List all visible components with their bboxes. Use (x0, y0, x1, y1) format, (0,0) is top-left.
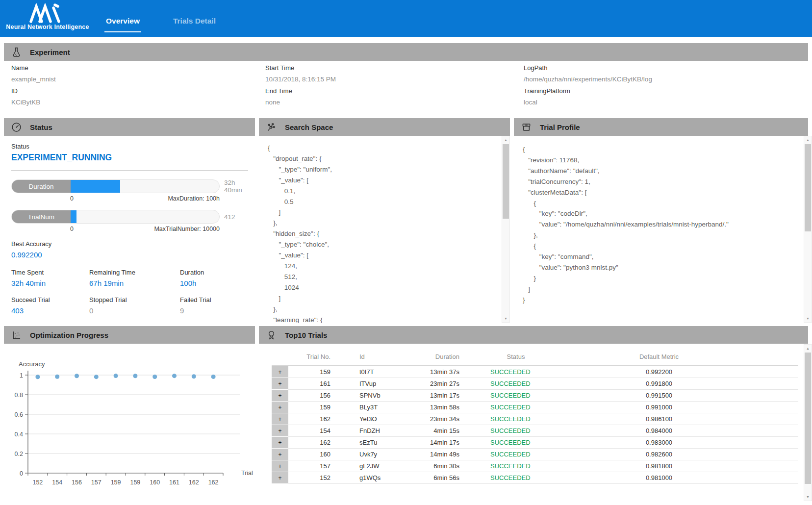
search-space-json-line: }, (268, 304, 500, 315)
stat-item: Succeed Trial403 (11, 296, 89, 315)
trial-profile-json-line: ] (523, 284, 802, 295)
progress-bar-value: 412 (220, 213, 248, 221)
scroll-up-button[interactable]: ▲ (502, 136, 509, 144)
field-label: End Time (265, 87, 501, 99)
top10-scrollbar[interactable]: ▲ ▼ (804, 344, 812, 501)
scroll-down-button[interactable]: ▼ (502, 315, 509, 322)
scroll-thumb[interactable] (503, 144, 509, 219)
status-cell: SUCCEEDED (459, 472, 572, 483)
scroll-down-button[interactable]: ▼ (804, 493, 812, 501)
stat-label: Stopped Trial (89, 296, 180, 303)
scale-max: MaxTrialNumber: 10000 (154, 226, 220, 232)
expand-cell[interactable]: + (272, 366, 288, 378)
trial-profile-json-line: "authorName": "default", (523, 166, 802, 177)
filler-cell (746, 448, 798, 460)
progress-bar-scale: 0MaxTrialNumber: 10000 (70, 226, 220, 232)
y-tick-label: 0.4 (15, 431, 23, 438)
trial-no-cell: 161 (288, 378, 330, 389)
scroll-up-button[interactable]: ▲ (804, 345, 812, 352)
expand-row-button[interactable]: + (278, 475, 281, 481)
trial-profile-json-line: { (523, 241, 802, 252)
expand-cell[interactable]: + (272, 389, 288, 401)
duration-cell: 14min 49s (404, 448, 459, 460)
table-row: +156SPNVb13min 17sSUCCEEDED0.991500 (272, 389, 798, 401)
divider (11, 170, 248, 171)
search-space-scrollbar[interactable]: ▲ ▼ (502, 136, 510, 323)
expand-column-header (272, 348, 288, 366)
expand-row-button[interactable]: + (278, 416, 281, 423)
trial-id-cell: t0I7T (330, 366, 404, 378)
trial-no-cell: 160 (288, 448, 330, 460)
scroll-down-button[interactable]: ▼ (804, 315, 812, 322)
expand-row-button[interactable]: + (278, 392, 281, 399)
search-space-json-line: { (268, 143, 500, 153)
data-point (35, 375, 40, 379)
trial-profile-json-line: "revision": 11768, (523, 155, 802, 166)
filler-cell (746, 401, 798, 413)
stat-item: Time Spent32h 40min (11, 269, 89, 287)
filler-cell (746, 389, 798, 401)
x-tick-label: 154 (52, 479, 62, 486)
stat-item: Failed Trial9 (180, 296, 248, 315)
metric-cell: 0.982600 (572, 448, 746, 460)
expand-row-button[interactable]: + (278, 404, 281, 411)
metric-cell: 0.991800 (572, 378, 746, 389)
expand-cell[interactable]: + (272, 448, 288, 460)
experiment-column: LogPath/home/quzha/nni/experiments/KCiBy… (524, 64, 798, 110)
filler-cell (746, 460, 798, 472)
progress-bar-value: 32h 40min (220, 179, 248, 194)
expand-cell[interactable]: + (272, 378, 288, 389)
archive-box-icon (521, 122, 532, 132)
expand-cell[interactable]: + (272, 413, 288, 425)
medal-icon (266, 330, 277, 340)
field-label: LogPath (524, 64, 798, 76)
trial-profile-json-line: "key": "codeDir", (523, 208, 802, 219)
scroll-thumb[interactable] (805, 144, 811, 231)
expand-cell[interactable]: + (272, 425, 288, 436)
filler-cell (746, 472, 798, 483)
field-value: local (524, 99, 798, 110)
search-space-json-line: 0.1, (268, 186, 500, 197)
expand-row-button[interactable]: + (278, 463, 281, 470)
trial-profile-json-line: "value": "python3 mnist.py" (523, 262, 802, 273)
expand-cell[interactable]: + (272, 436, 288, 448)
metric-cell: 0.991500 (572, 389, 746, 401)
trial-id-cell: BLy3T (330, 401, 404, 413)
brand-name: Neural Network Intelligence (4, 24, 91, 30)
expand-cell[interactable]: + (272, 401, 288, 413)
data-point (94, 375, 99, 379)
scale-min: 0 (70, 195, 74, 202)
trial-no-cell: 154 (288, 425, 330, 436)
expand-row-button[interactable]: + (278, 451, 281, 458)
scroll-thumb[interactable] (805, 353, 811, 484)
metric-column-header: Default Metric (572, 348, 746, 366)
scroll-up-button[interactable]: ▲ (804, 136, 812, 144)
trial-no-cell: 156 (288, 389, 330, 401)
expand-row-button[interactable]: + (278, 380, 281, 387)
y-tick-label: 0.6 (15, 411, 23, 418)
expand-row-button[interactable]: + (278, 439, 281, 446)
trial-profile-json-line: "trialConcurrency": 1, (523, 177, 802, 187)
filler-cell (746, 436, 798, 448)
trial-id-cell: ITVup (330, 378, 404, 389)
trial-profile-scrollbar[interactable]: ▲ ▼ (804, 136, 812, 323)
duration-cell: 6min 56s (404, 472, 459, 483)
y-tick-label: 0.8 (15, 392, 23, 399)
status-cell: SUCCEEDED (459, 389, 572, 401)
expand-row-button[interactable]: + (278, 369, 281, 376)
expand-row-button[interactable]: + (278, 428, 281, 434)
progress-bar: TrialNum (11, 210, 220, 224)
filler-column-header (746, 348, 798, 366)
data-point (75, 374, 79, 378)
expand-cell[interactable]: + (272, 472, 288, 483)
expand-cell[interactable]: + (272, 460, 288, 472)
trial-profile-json-line: } (523, 295, 802, 305)
duration-cell: 14min 17s (404, 436, 459, 448)
trial-profile-json-line: }, (523, 230, 802, 241)
filler-cell (746, 413, 798, 425)
y-axis-title: Accuracy (19, 360, 45, 368)
tab-overview[interactable]: Overview (104, 17, 141, 32)
table-row: +160Uvk7y14min 49sSUCCEEDED0.982600 (272, 448, 798, 460)
tab-trials-detail[interactable]: Trials Detail (172, 17, 217, 32)
duration-cell: 6min 30s (404, 460, 459, 472)
